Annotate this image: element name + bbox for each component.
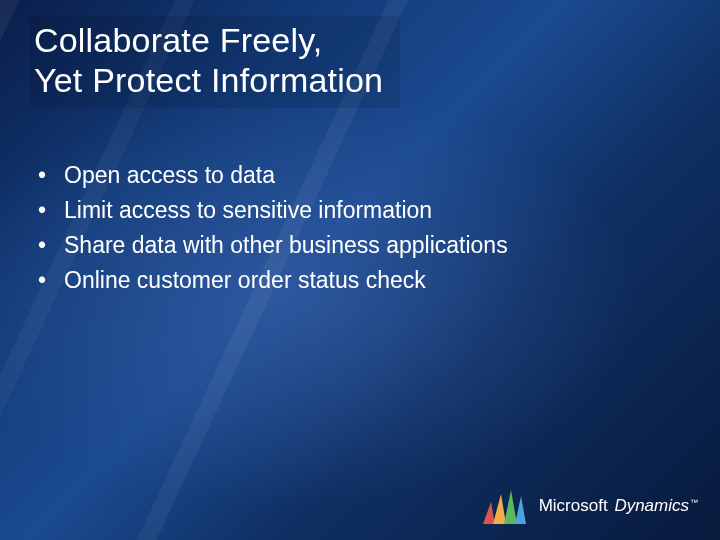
bullet-text: Limit access to sensitive information (64, 197, 432, 223)
trademark-symbol: ™ (690, 498, 698, 507)
title-area: Collaborate Freely, Yet Protect Informat… (30, 16, 690, 108)
svg-marker-2 (504, 490, 517, 524)
footer: Microsoft Dynamics™ (481, 486, 698, 526)
dynamics-logo-icon (481, 486, 527, 526)
list-item: Limit access to sensitive information (30, 195, 690, 226)
logo-brand: Microsoft (539, 496, 608, 515)
list-item: Online customer order status check (30, 265, 690, 296)
title-line-2: Yet Protect Information (34, 61, 383, 99)
slide: Collaborate Freely, Yet Protect Informat… (0, 0, 720, 540)
list-item: Share data with other business applicati… (30, 230, 690, 261)
svg-marker-1 (493, 494, 506, 524)
bullet-text: Open access to data (64, 162, 275, 188)
logo-product: Dynamics (614, 496, 689, 515)
bullet-list: Open access to data Limit access to sens… (30, 160, 690, 296)
title-bar: Collaborate Freely, Yet Protect Informat… (30, 16, 400, 108)
svg-marker-0 (483, 502, 495, 524)
svg-marker-3 (515, 496, 526, 524)
body-area: Open access to data Limit access to sens… (30, 160, 690, 300)
bullet-text: Online customer order status check (64, 267, 426, 293)
list-item: Open access to data (30, 160, 690, 191)
logo-text: Microsoft Dynamics™ (539, 496, 698, 516)
title-line-1: Collaborate Freely, (34, 21, 323, 59)
slide-title: Collaborate Freely, Yet Protect Informat… (34, 20, 394, 100)
bullet-text: Share data with other business applicati… (64, 232, 508, 258)
